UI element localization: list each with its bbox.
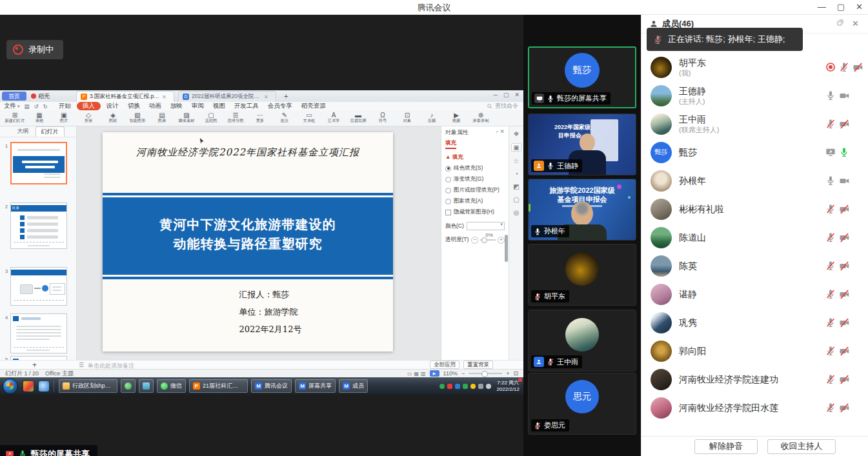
minimize-button[interactable]: — bbox=[818, 0, 826, 14]
reading-view-icon[interactable]: ▥ bbox=[421, 371, 426, 377]
member-row[interactable]: 王中雨 (联席主持人) bbox=[641, 110, 868, 138]
taskbar-meeting-button[interactable]: M屏幕共享 bbox=[295, 379, 336, 393]
member-row[interactable]: 河南牧业经济学院连建功 bbox=[641, 365, 868, 393]
quick-launch-icon[interactable] bbox=[39, 381, 49, 392]
camera-muted-icon[interactable] bbox=[839, 204, 850, 215]
taskbar-app-button[interactable] bbox=[121, 379, 136, 393]
sorter-view-icon[interactable]: ▦ bbox=[414, 371, 419, 377]
menu-docer-res[interactable]: 稻壳资源 bbox=[297, 102, 330, 110]
toolbar-item[interactable]: A 艺术字 bbox=[321, 110, 346, 126]
member-row[interactable]: 谌静 bbox=[641, 280, 868, 308]
slide-thumbnail-4[interactable] bbox=[10, 313, 67, 353]
tray-icon[interactable] bbox=[478, 384, 483, 389]
mic-muted-icon[interactable] bbox=[825, 374, 836, 384]
hide-background-checkbox[interactable]: 隐藏背景图形(H) bbox=[445, 208, 505, 216]
fit-window-icon[interactable]: ⊡ bbox=[513, 370, 518, 377]
menu-view[interactable]: 视图 bbox=[208, 102, 230, 110]
taskbar-app-button[interactable] bbox=[139, 379, 154, 393]
toolbar-item[interactable]: ▧ 智能图形 bbox=[125, 110, 150, 126]
slide-thumbnail-1[interactable] bbox=[10, 142, 67, 184]
video-tile-hupingdong[interactable]: 胡平东 bbox=[528, 244, 636, 306]
toolbar-item[interactable]: ♪ 音频 bbox=[419, 110, 444, 126]
toolbar-item[interactable]: ▭ 文本框 bbox=[297, 110, 321, 126]
member-row[interactable]: 郭向阳 bbox=[641, 337, 868, 365]
wps-docer-tab[interactable]: 稻壳 bbox=[31, 92, 50, 101]
camera-muted-icon[interactable] bbox=[853, 62, 863, 73]
undo-icon[interactable]: ↺ bbox=[34, 103, 39, 110]
tab-close-icon[interactable]: ✕ bbox=[264, 94, 268, 100]
mic-muted-icon[interactable] bbox=[839, 62, 849, 72]
member-row[interactable]: 陈英 bbox=[641, 252, 868, 280]
toolbar-item[interactable]: Ω 符号 bbox=[370, 110, 395, 126]
slide-thumbnail-2[interactable]: 目录 bbox=[10, 203, 67, 249]
wps-home-tab[interactable]: 首页 bbox=[2, 92, 26, 101]
current-slide[interactable]: 河南牧业经济学院2022年国家社科基金立项汇报 黄河中下游文化旅游带建设的 动能… bbox=[103, 132, 393, 352]
camera-muted-icon[interactable] bbox=[839, 232, 850, 243]
toolbar-item[interactable]: ▦ 表格 bbox=[27, 110, 52, 126]
rail-box-icon[interactable]: ▢ bbox=[513, 196, 519, 203]
toolbar-item[interactable]: ▤ 图表 bbox=[150, 110, 174, 126]
mic-on-icon[interactable] bbox=[825, 175, 836, 186]
toolbar-item[interactable]: ▢ 流程图 bbox=[199, 110, 223, 126]
mic-muted-ic[interactable] bbox=[825, 119, 836, 129]
zoom-slider-thumb[interactable] bbox=[481, 371, 488, 377]
toolbar-item[interactable]: ☰ 思维导图 bbox=[223, 110, 248, 126]
camera-muted-icon[interactable] bbox=[839, 119, 850, 130]
slide-thumbnail-3[interactable] bbox=[10, 267, 67, 306]
add-slide-button[interactable]: + bbox=[32, 361, 37, 370]
tray-icon[interactable] bbox=[463, 384, 468, 389]
reset-background-button[interactable]: 重置背景 bbox=[463, 361, 493, 369]
camera-muted-icon[interactable] bbox=[839, 346, 850, 357]
panel-close-icon[interactable]: ✕ bbox=[500, 128, 505, 135]
fill-option-solid[interactable]: 纯色填充(S) bbox=[445, 164, 505, 172]
zoom-slider[interactable] bbox=[469, 373, 502, 374]
color-select[interactable] bbox=[467, 222, 505, 230]
menu-design[interactable]: 设计 bbox=[102, 102, 123, 110]
taskbar-folder-button[interactable]: 行政区划shp数据 bbox=[59, 379, 117, 393]
mic-muted-icon[interactable] bbox=[825, 402, 836, 413]
menu-review[interactable]: 审阅 bbox=[187, 102, 208, 110]
slide-canvas[interactable]: 河南牧业经济学院2022年国家社科基金立项汇报 黄河中下游文化旅游带建设的 动能… bbox=[77, 126, 441, 360]
mic-muted-icon[interactable] bbox=[825, 346, 836, 356]
taskbar-wps-button[interactable]: P21届社科汇报PPT汇… bbox=[189, 379, 248, 393]
save-icon[interactable]: ▤ bbox=[25, 103, 30, 110]
rail-comment-icon[interactable]: ◔ bbox=[514, 170, 518, 177]
command-search[interactable]: 查找命令 bbox=[487, 102, 518, 110]
menu-start[interactable]: 开始 bbox=[54, 102, 76, 110]
new-tab-button[interactable]: + bbox=[284, 92, 288, 100]
camera-muted-icon[interactable] bbox=[839, 261, 850, 272]
document-tab-inactive[interactable]: D 2022届科研成果20项全院汇总 ✕ bbox=[178, 91, 276, 102]
zoom-in-icon[interactable]: + bbox=[506, 370, 509, 377]
opacity-slider[interactable]: 0% bbox=[480, 239, 496, 241]
video-tile-zhensha[interactable]: 甄莎 甄莎的屏幕共享 bbox=[528, 46, 636, 108]
menu-slideshow[interactable]: 放映 bbox=[166, 102, 187, 110]
member-row[interactable]: 河南牧业经济学院田水莲 bbox=[641, 393, 868, 422]
wps-close-icon[interactable]: ✕ bbox=[514, 92, 520, 98]
video-tile-sungennian[interactable]: 旅游学院2022国家级 基金项目申报会 孙根年 bbox=[528, 179, 636, 241]
zoom-level[interactable]: 110% bbox=[443, 370, 458, 377]
taskbar-wechat-button[interactable]: 微信 bbox=[157, 379, 186, 393]
close-button[interactable]: ✕ bbox=[856, 0, 863, 14]
start-button[interactable] bbox=[3, 379, 18, 394]
maximize-button[interactable]: ▢ bbox=[837, 0, 845, 14]
tray-icon[interactable] bbox=[486, 384, 491, 389]
taskbar-meeting-button[interactable]: M腾讯会议 bbox=[251, 379, 292, 393]
member-row[interactable]: 陈道山 bbox=[641, 223, 868, 252]
rail-history-icon[interactable]: ◩ bbox=[513, 183, 519, 190]
panel-scrollbar-thumb[interactable] bbox=[505, 235, 508, 262]
video-tile-wangzhongyu[interactable]: 王中雨 bbox=[528, 310, 636, 372]
toolbar-item[interactable]: ▬ 页眉页脚 bbox=[346, 110, 370, 126]
taskbar-meeting-button[interactable]: M成员 bbox=[339, 379, 368, 393]
tray-icon[interactable] bbox=[447, 384, 452, 389]
toolbar-item[interactable]: ◈ 图标 bbox=[101, 110, 125, 126]
camera-muted-icon[interactable] bbox=[839, 289, 850, 300]
mic-muted-icon[interactable] bbox=[825, 204, 836, 214]
rail-help-icon[interactable]: ◎ bbox=[514, 209, 520, 216]
pin-icon[interactable]: ▫ bbox=[496, 128, 498, 135]
member-row[interactable]: 巩隽 bbox=[641, 308, 868, 337]
camera-muted-icon[interactable] bbox=[839, 317, 850, 328]
slider-thumb[interactable] bbox=[481, 237, 487, 243]
tab-close-icon[interactable]: ✕ bbox=[162, 94, 167, 100]
toolbar-item[interactable]: ⋯ 更多 bbox=[248, 110, 272, 126]
toolbar-item[interactable]: ✎ 批注 bbox=[272, 110, 297, 126]
